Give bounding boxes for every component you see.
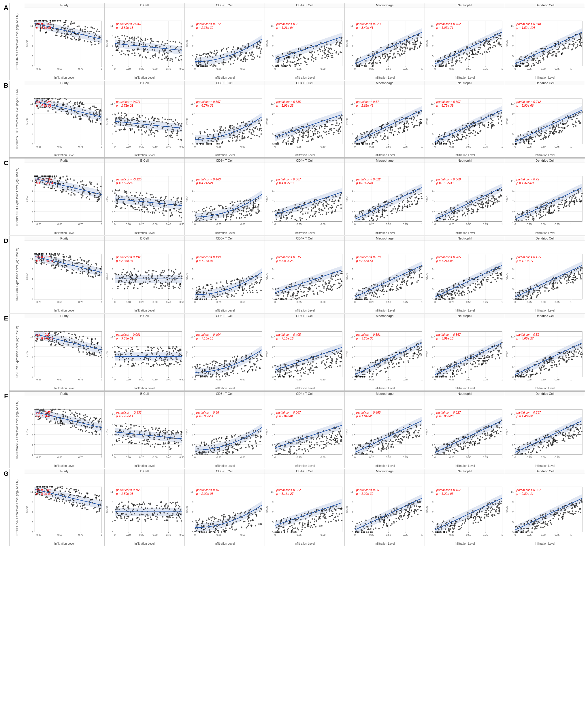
svg-point-5682 bbox=[487, 277, 488, 278]
svg-text:STAD: STAD bbox=[346, 351, 349, 358]
svg-point-7536 bbox=[90, 417, 91, 419]
svg-point-4563 bbox=[81, 258, 82, 260]
svg-point-7034 bbox=[387, 367, 389, 369]
svg-text:0.75: 0.75 bbox=[554, 300, 560, 303]
svg-point-6358 bbox=[173, 364, 175, 365]
svg-text:3: 3 bbox=[32, 298, 33, 301]
svg-point-5670 bbox=[437, 293, 438, 295]
svg-point-7864 bbox=[148, 436, 149, 437]
svg-point-4942 bbox=[227, 297, 228, 298]
x-axis-cell-E-1: Infiltration Level bbox=[104, 386, 185, 391]
svg-point-1395 bbox=[580, 33, 582, 35]
svg-point-7892 bbox=[130, 440, 132, 441]
svg-text:7: 7 bbox=[32, 433, 33, 436]
svg-point-10429 bbox=[551, 524, 552, 525]
svg-point-4458 bbox=[576, 193, 578, 194]
svg-point-4428 bbox=[560, 204, 561, 205]
svg-text:0.50: 0.50 bbox=[179, 533, 184, 536]
svg-text:0.75: 0.75 bbox=[554, 456, 560, 459]
svg-point-2961 bbox=[543, 125, 545, 127]
svg-point-4862 bbox=[178, 273, 180, 275]
svg-point-2248 bbox=[326, 133, 327, 135]
svg-text:1: 1 bbox=[421, 145, 423, 148]
svg-point-6474 bbox=[237, 356, 238, 357]
svg-point-5323 bbox=[331, 286, 333, 287]
svg-point-6347 bbox=[150, 347, 152, 349]
plot-cell-C-2: CD8+ T Cell00.250.50357911partial.cor = … bbox=[185, 159, 265, 231]
svg-point-4341 bbox=[562, 197, 564, 198]
svg-point-8944 bbox=[546, 447, 547, 448]
svg-point-2187 bbox=[319, 132, 320, 133]
svg-point-1829 bbox=[175, 124, 176, 125]
svg-text:partial.cor = 0.622: partial.cor = 0.622 bbox=[356, 177, 381, 181]
svg-point-7883 bbox=[142, 436, 144, 438]
svg-point-2530 bbox=[412, 124, 413, 125]
svg-point-9692 bbox=[341, 508, 342, 509]
svg-point-6910 bbox=[364, 374, 365, 376]
svg-point-1889 bbox=[143, 127, 145, 128]
svg-point-5697 bbox=[469, 277, 470, 278]
svg-point-7455 bbox=[549, 360, 550, 362]
svg-point-886 bbox=[360, 57, 361, 58]
svg-point-3756 bbox=[324, 208, 326, 209]
svg-point-5089 bbox=[252, 290, 253, 291]
svg-point-4685 bbox=[76, 262, 78, 264]
svg-text:0.50: 0.50 bbox=[240, 300, 245, 303]
svg-text:5: 5 bbox=[352, 365, 353, 368]
svg-point-4244 bbox=[488, 203, 489, 204]
svg-point-6551 bbox=[233, 368, 234, 370]
svg-point-3620 bbox=[233, 214, 234, 216]
svg-point-2834 bbox=[541, 131, 543, 132]
svg-point-910 bbox=[375, 62, 376, 63]
svg-point-8428 bbox=[379, 442, 380, 443]
svg-point-4370 bbox=[526, 210, 527, 211]
svg-point-10404 bbox=[528, 530, 529, 531]
svg-text:p = 7.84e-07: p = 7.84e-07 bbox=[36, 415, 53, 418]
svg-point-5117 bbox=[208, 289, 209, 291]
svg-text:0: 0 bbox=[194, 300, 196, 303]
svg-point-8461 bbox=[392, 443, 394, 445]
svg-text:7: 7 bbox=[192, 278, 193, 281]
svg-point-5726 bbox=[461, 293, 462, 294]
svg-point-8303 bbox=[281, 448, 282, 450]
cell-title-C-5: Neutrophil bbox=[425, 159, 505, 163]
svg-point-7165 bbox=[453, 370, 454, 372]
svg-point-2635 bbox=[462, 136, 463, 138]
svg-point-5289 bbox=[316, 287, 317, 289]
svg-point-9932 bbox=[412, 503, 413, 505]
svg-point-6292 bbox=[155, 359, 156, 360]
svg-point-8080 bbox=[231, 451, 233, 453]
svg-point-1864 bbox=[135, 125, 136, 126]
svg-point-619 bbox=[234, 55, 235, 57]
svg-point-2749 bbox=[439, 134, 440, 135]
svg-point-8507 bbox=[409, 424, 411, 425]
svg-point-5514 bbox=[378, 288, 380, 290]
svg-point-7469 bbox=[562, 356, 564, 358]
svg-point-7384 bbox=[559, 363, 560, 365]
svg-point-7647 bbox=[78, 428, 79, 430]
svg-text:1: 1 bbox=[502, 533, 503, 536]
svg-point-5004 bbox=[226, 283, 228, 284]
cell-svg-F-5: 00.250.500.751357911partial.cor = 0.527p… bbox=[425, 396, 505, 464]
svg-point-4137 bbox=[485, 198, 486, 200]
svg-point-3152 bbox=[79, 185, 80, 187]
svg-point-9142 bbox=[91, 499, 93, 500]
cell-svg-C-0: 0.250.500.751357911cor = -0.192p = 1.65e… bbox=[24, 163, 104, 231]
svg-point-5675 bbox=[468, 290, 469, 291]
svg-text:p = 2.36e-39: p = 2.36e-39 bbox=[196, 26, 213, 29]
svg-text:3: 3 bbox=[512, 453, 513, 456]
svg-point-10007 bbox=[367, 529, 369, 530]
svg-point-3675 bbox=[290, 212, 292, 213]
svg-point-2745 bbox=[444, 142, 445, 144]
svg-point-1108 bbox=[453, 65, 454, 66]
cell-svg-A-2: 00.250.50357911partial.cor = 0.612p = 2.… bbox=[185, 7, 265, 76]
svg-point-10188 bbox=[484, 517, 485, 519]
svg-point-2273 bbox=[319, 127, 320, 128]
svg-point-5841 bbox=[570, 282, 571, 283]
svg-point-3775 bbox=[294, 219, 296, 220]
svg-point-827 bbox=[327, 54, 328, 55]
svg-point-4959 bbox=[210, 289, 212, 291]
svg-point-1830 bbox=[123, 125, 124, 126]
svg-point-610 bbox=[256, 46, 257, 47]
svg-point-8703 bbox=[436, 449, 437, 450]
